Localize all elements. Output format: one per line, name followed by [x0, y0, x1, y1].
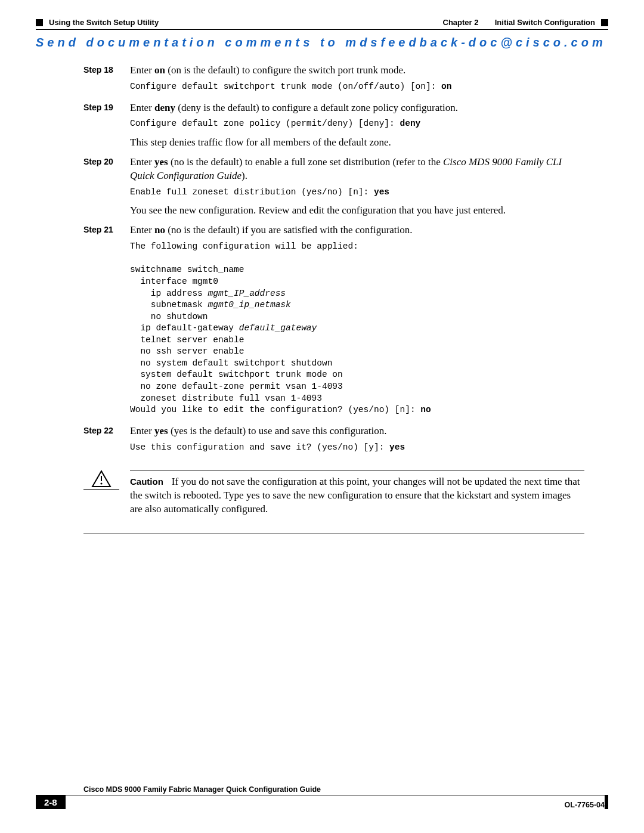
- step-19-text: Enter deny (deny is the default) to conf…: [130, 101, 458, 115]
- step-19-code: Configure default zone policy (permit/de…: [130, 118, 458, 130]
- step-18: Step 18 Enter on (on is the default) to …: [83, 64, 584, 99]
- section-end-rule: [83, 533, 584, 534]
- doc-number: OL-7765-04: [565, 801, 605, 809]
- content: Step 18 Enter on (on is the default) to …: [83, 64, 584, 516]
- step-20: Step 20 Enter yes (no is the default) to…: [83, 156, 584, 221]
- step-22-text: Enter yes (yes is the default) to use an…: [130, 425, 405, 438]
- caution-block: CautionIf you do not save the configurat…: [83, 470, 584, 516]
- step-20-code: Enable full zoneset distribution (yes/no…: [130, 187, 584, 199]
- header-title: Initial Switch Configuration: [495, 18, 595, 27]
- header-marker-right: [601, 19, 608, 26]
- step-label: Step 19: [83, 101, 119, 153]
- running-header: Using the Switch Setup Utility Chapter 2…: [36, 18, 608, 27]
- feedback-banner: Send documentation comments to mdsfeedba…: [36, 36, 608, 49]
- footer: Cisco MDS 9000 Family Fabric Manager Qui…: [36, 785, 608, 809]
- page-number: 2-8: [36, 795, 66, 809]
- footer-endcap: [605, 795, 608, 809]
- step-22: Step 22 Enter yes (yes is the default) t…: [83, 425, 584, 460]
- step-label: Step 20: [83, 156, 119, 221]
- svg-point-2: [100, 483, 102, 485]
- page: Using the Switch Setup Utility Chapter 2…: [0, 0, 644, 833]
- step-21-code: The following configuration will be appl…: [130, 241, 431, 416]
- header-rule: [36, 29, 608, 30]
- footer-title: Cisco MDS 9000 Family Fabric Manager Qui…: [83, 785, 608, 794]
- step-label: Step 21: [83, 224, 119, 422]
- caution-text: CautionIf you do not save the configurat…: [130, 475, 584, 516]
- step-18-code: Configure default switchport trunk mode …: [130, 81, 452, 93]
- step-20-after: You see the new configuration. Review an…: [130, 204, 584, 218]
- step-22-code: Use this configuration and save it? (yes…: [130, 442, 405, 454]
- step-21-text: Enter no (no is the default) if you are …: [130, 224, 431, 237]
- header-left-text: Using the Switch Setup Utility: [49, 18, 159, 27]
- step-18-text: Enter on (on is the default) to configur…: [130, 64, 452, 78]
- step-20-text: Enter yes (no is the default) to enable …: [130, 156, 584, 183]
- header-marker-left: [36, 19, 43, 26]
- step-19-after: This step denies traffic flow for all me…: [130, 136, 458, 150]
- caution-icon-col: [83, 470, 119, 490]
- step-19: Step 19 Enter deny (deny is the default)…: [83, 101, 584, 153]
- step-label: Step 22: [83, 425, 119, 460]
- step-label: Step 18: [83, 64, 119, 99]
- step-21: Step 21 Enter no (no is the default) if …: [83, 224, 584, 422]
- warning-icon: [91, 470, 112, 488]
- caution-label: Caution: [130, 476, 163, 487]
- header-chapter: Chapter 2: [443, 18, 479, 27]
